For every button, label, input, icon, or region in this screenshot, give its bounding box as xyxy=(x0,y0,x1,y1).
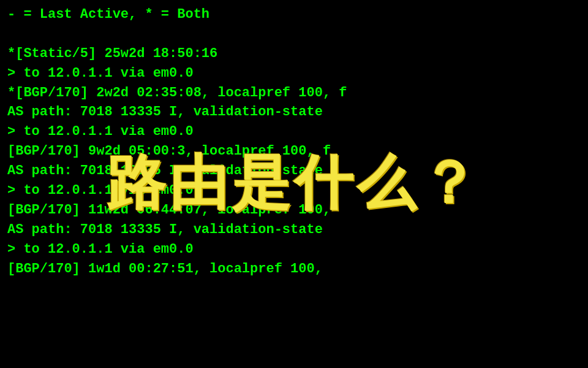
terminal-line: AS path: 7018 13335 I, validation-state xyxy=(7,161,581,181)
terminal-line: > to 12.0.1.1 via em0.0 xyxy=(7,122,581,142)
terminal-line: *[BGP/170] 2w2d 02:35:08, localpref 100,… xyxy=(7,83,581,103)
terminal-line: [BGP/170] 1w1d 00:27:51, localpref 100, xyxy=(7,259,581,279)
terminal-line: > to 12.0.1.1 via em0.0 xyxy=(7,240,581,259)
terminal-line: > to 12.0.1.1 via em0.0 xyxy=(7,181,581,201)
terminal-line: [BGP/170] 11w2d 06:44:07, localpref 100, xyxy=(7,201,581,220)
terminal-line: > to 12.0.1.1 via em0.0 xyxy=(7,64,581,83)
terminal-line: - = Last Active, * = Both xyxy=(7,5,581,25)
terminal-line xyxy=(7,25,581,44)
terminal-line: AS path: 7018 13335 I, validation-state xyxy=(7,102,581,122)
terminal-line: *[Static/5] 25w2d 18:50:16 xyxy=(7,44,581,64)
terminal-window: - = Last Active, * = Both *[Static/5] 25… xyxy=(0,0,588,368)
terminal-line: [BGP/170] 9w2d 05:00:3, localpref 100, f xyxy=(7,142,581,161)
terminal-line: AS path: 7018 13335 I, validation-state xyxy=(7,220,581,240)
